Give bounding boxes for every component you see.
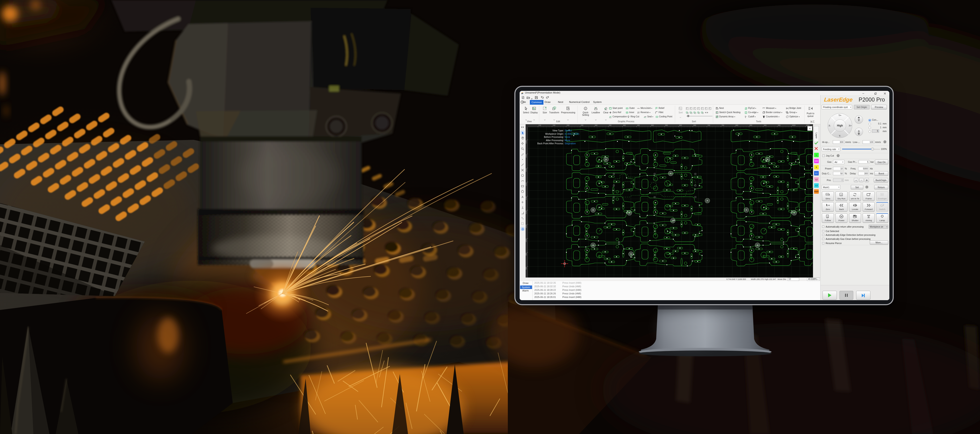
svg-text:1000: 1000 (792, 124, 795, 126)
svg-text:700: 700 (707, 124, 710, 126)
svg-text:X-: X- (829, 124, 831, 127)
svg-text:850: 850 (749, 124, 752, 126)
svg-text:Y+: Y+ (838, 114, 841, 117)
svg-text:1: 1 (585, 107, 586, 110)
svg-text:1200: 1200 (526, 182, 527, 186)
svg-text:400: 400 (623, 124, 626, 126)
svg-text:750: 750 (721, 124, 724, 126)
svg-text:1100: 1100 (526, 210, 527, 214)
svg-text:900: 900 (764, 124, 767, 126)
svg-text:Y-: Y- (839, 135, 841, 137)
svg-text:650: 650 (694, 124, 696, 126)
svg-text:450: 450 (637, 124, 640, 126)
svg-text:950: 950 (778, 124, 781, 126)
svg-text:⇟: ⇟ (827, 216, 828, 217)
svg-text:A: A (522, 196, 523, 199)
svg-text:550: 550 (665, 124, 668, 126)
svg-text:1050: 1050 (526, 224, 527, 228)
svg-text:150: 150 (553, 124, 555, 126)
svg-text:SIM: SIM (826, 194, 829, 195)
svg-text:1350: 1350 (526, 140, 527, 144)
svg-text:600: 600 (679, 124, 682, 126)
svg-text:250: 250 (581, 124, 584, 126)
svg-text:800: 800 (735, 124, 738, 126)
svg-text:W: W (841, 216, 842, 218)
svg-text:70: 70 (840, 194, 842, 195)
svg-text:X+: X+ (849, 124, 851, 127)
svg-text:1150: 1150 (526, 196, 527, 200)
svg-text:900: 900 (526, 267, 527, 270)
svg-text:1250: 1250 (526, 168, 527, 172)
svg-text:350: 350 (609, 124, 612, 126)
svg-text:500: 500 (651, 124, 654, 126)
svg-text:100: 100 (538, 124, 541, 126)
svg-text:300: 300 (595, 124, 598, 126)
svg-text:1300: 1300 (526, 154, 527, 158)
svg-text:High: High (837, 124, 843, 127)
svg-text:950: 950 (526, 253, 527, 256)
svg-text:1000: 1000 (526, 238, 527, 242)
svg-text:200: 200 (566, 124, 570, 126)
